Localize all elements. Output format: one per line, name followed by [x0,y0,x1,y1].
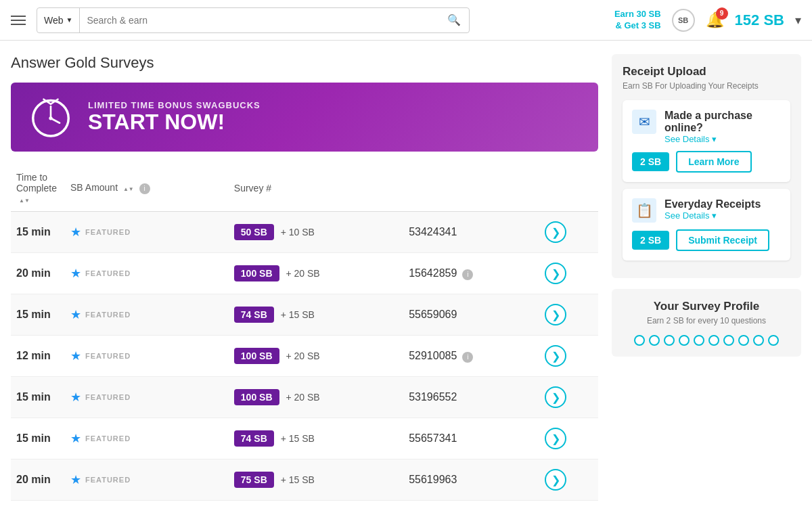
row-sb: 74 SB + 15 SB [229,294,403,336]
notification-bell[interactable]: 🔔 9 [706,12,724,29]
sb-badge: 100 SB [234,265,279,281]
receipt-upload-subtitle: Earn SB For Uploading Your Receipts [623,81,790,91]
table-header-row: Time to Complete ▲▼ SB Amount ▲▼ i Surve… [11,165,598,212]
notification-badge: 9 [716,7,728,20]
purchase-sb-badge: 2 SB [632,152,669,171]
search-icon[interactable]: 🔍 [439,14,469,26]
row-featured: ★ FEATURED [65,294,229,336]
banner-text: LIMITED TIME BONUS SWAGBUCKS START NOW! [88,100,261,134]
bonus-sb: + 10 SB [281,227,315,238]
row-survey-num: 55659069 [403,294,539,336]
sb-badge: 50 SB [234,224,274,240]
row-sb: 75 SB + 15 SB [229,459,403,501]
bonus-sb: + 15 SB [281,474,315,485]
survey-profile-subtitle: Earn 2 SB for every 10 questions [623,316,790,325]
row-sb: 100 SB + 20 SB [229,336,403,377]
row-featured: ★ FEATURED [65,459,229,501]
row-survey-num: 53196552 [403,377,539,418]
row-sb: 50 SB + 10 SB [229,212,403,253]
search-input[interactable] [80,15,439,26]
row-time: 12 min [11,336,65,377]
sort-arrows-sb[interactable]: ▲▼ [123,187,134,192]
receipt-upload-title: Receipt Upload [623,65,790,78]
earn-sb-link[interactable]: Earn 30 SB & Get 3 SB [614,9,661,32]
sb-badge: 75 SB [234,472,274,488]
col-survey: Survey # [229,165,403,212]
banner-subtitle: LIMITED TIME BONUS SWAGBUCKS [88,100,261,110]
featured-label: FEATURED [85,352,131,360]
bonus-sb: + 15 SB [281,433,315,444]
balance-dropdown-icon[interactable]: ▾ [795,13,801,28]
featured-label: FEATURED [85,269,131,277]
purchase-receipt-card: ✉ Made a purchase online? See Details ▾ … [623,100,790,182]
row-survey-num: 55657341 [403,418,539,459]
everyday-card-header: 📋 Everyday Receipts See Details ▾ [632,198,781,223]
profile-dot [649,335,660,346]
everyday-see-details[interactable]: See Details ▾ [664,210,761,221]
profile-dot [768,335,779,346]
row-go: ❯ [539,253,598,294]
profile-dot [679,335,690,346]
go-button[interactable]: ❯ [545,263,566,284]
purchase-card-header: ✉ Made a purchase online? See Details ▾ [632,110,781,144]
row-survey-num: 52910085 i [403,336,539,377]
row-survey-num: 53424341 [403,212,539,253]
bonus-sb: + 20 SB [286,268,319,279]
col-sb: SB Amount ▲▼ i [65,165,229,212]
row-sb: 100 SB + 20 SB [229,253,403,294]
profile-dot [738,335,749,346]
main-container: Answer Gold Surveys LIMITED TIME BONUS S… [0,41,812,514]
table-row: 15 min ★ FEATURED 50 SB + 10 SB 53424341… [11,212,598,253]
go-button[interactable]: ❯ [545,428,566,449]
profile-dot [634,335,645,346]
chevron-down-icon: ▾ [712,134,717,144]
banner-title: START NOW! [88,110,261,134]
survey-info-icon[interactable]: i [462,269,473,280]
star-icon: ★ [70,348,81,363]
receipt-upload-card: Receipt Upload Earn SB For Uploading You… [612,54,801,278]
profile-dot [723,335,734,346]
survey-info-icon[interactable]: i [462,352,473,363]
everyday-card-title: Everyday Receipts [664,198,761,210]
sb-circle[interactable]: SB [672,9,695,32]
go-button[interactable]: ❯ [545,386,566,408]
search-dropdown[interactable]: Web ▼ [37,8,80,32]
purchase-card-info: Made a purchase online? See Details ▾ [664,110,781,144]
everyday-sb-badge: 2 SB [632,231,669,250]
row-go: ❯ [539,336,598,377]
row-time: 15 min [11,418,65,459]
left-panel: Answer Gold Surveys LIMITED TIME BONUS S… [11,54,598,501]
page-title: Answer Gold Surveys [11,54,598,72]
featured-label: FEATURED [85,228,131,236]
promo-banner[interactable]: LIMITED TIME BONUS SWAGBUCKS START NOW! [11,83,598,152]
go-button[interactable]: ❯ [545,221,566,243]
row-go: ❯ [539,294,598,336]
sb-balance[interactable]: 152 SB [735,12,784,29]
row-time: 15 min [11,212,65,253]
purchase-see-details[interactable]: See Details ▾ [664,134,781,144]
row-featured: ★ FEATURED [65,253,229,294]
purchase-card-title: Made a purchase online? [664,110,781,134]
table-row: 12 min ★ FEATURED 100 SB + 20 SB 5291008… [11,336,598,377]
row-go: ❯ [539,418,598,459]
table-row: 20 min ★ FEATURED 100 SB + 20 SB 1564285… [11,253,598,294]
table-row: 15 min ★ FEATURED 74 SB + 15 SB 55657341… [11,418,598,459]
row-featured: ★ FEATURED [65,377,229,418]
go-button[interactable]: ❯ [545,345,566,367]
go-button[interactable]: ❯ [545,304,566,325]
col-action [403,165,539,212]
everyday-card-info: Everyday Receipts See Details ▾ [664,198,761,221]
featured-label: FEATURED [85,393,131,401]
hamburger-menu[interactable] [11,16,26,25]
survey-profile-card: Your Survey Profile Earn 2 SB for every … [612,289,801,357]
sort-arrows-time[interactable]: ▲▼ [19,198,30,204]
sb-info-icon[interactable]: i [139,183,150,194]
row-time: 15 min [11,294,65,336]
row-go: ❯ [539,212,598,253]
sb-badge: 100 SB [234,348,279,364]
learn-more-button[interactable]: Learn More [676,151,751,173]
right-panel: Receipt Upload Earn SB For Uploading You… [612,54,801,501]
star-icon: ★ [70,390,81,405]
go-button[interactable]: ❯ [545,469,566,491]
submit-receipt-button[interactable]: Submit Receipt [676,229,769,251]
